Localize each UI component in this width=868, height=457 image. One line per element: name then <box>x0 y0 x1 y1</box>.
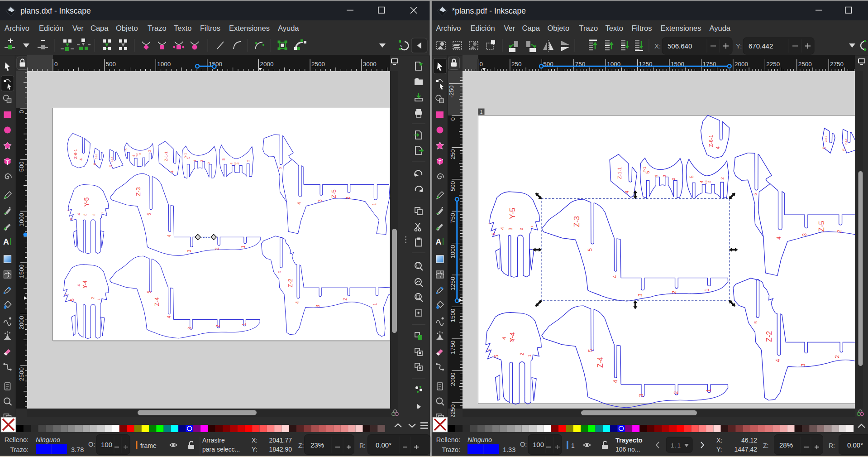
svg-text:Edición: Edición <box>471 24 495 32</box>
svg-text:*plans.pdf - Inkscape: *plans.pdf - Inkscape <box>452 6 526 15</box>
svg-text:1250: 1250 <box>449 277 456 290</box>
svg-text:2500: 2500 <box>18 367 25 381</box>
svg-text:1.1: 1.1 <box>671 442 682 449</box>
svg-text:Trazo:: Trazo: <box>442 446 460 453</box>
svg-text:X:: X: <box>252 437 258 444</box>
svg-text:Capa: Capa <box>522 24 540 32</box>
svg-text:750: 750 <box>449 213 456 223</box>
svg-text:plans.dxf - Inkscape: plans.dxf - Inkscape <box>20 6 91 15</box>
svg-text:Extensiones: Extensiones <box>229 24 270 32</box>
svg-text:Trazo:: Trazo: <box>10 446 29 453</box>
svg-text:Z:: Z: <box>763 442 768 449</box>
svg-text:Capa: Capa <box>91 24 109 32</box>
svg-text:2750: 2750 <box>830 61 844 67</box>
svg-text:1447.42: 1447.42 <box>734 446 757 453</box>
svg-text:para selecc...: para selecc... <box>202 446 240 453</box>
svg-text:Y:: Y: <box>252 446 257 453</box>
svg-text:Filtros: Filtros <box>200 24 220 32</box>
svg-text:46.12: 46.12 <box>741 437 757 444</box>
svg-text:R:: R: <box>829 442 835 449</box>
svg-text:Arrastre: Arrastre <box>202 437 225 444</box>
svg-text:0: 0 <box>449 117 456 121</box>
svg-text:250: 250 <box>449 149 456 159</box>
svg-text:0: 0 <box>480 61 483 67</box>
svg-text:0: 0 <box>18 110 25 114</box>
svg-text:A: A <box>3 237 9 246</box>
svg-text:0.00°: 0.00° <box>376 441 391 449</box>
svg-text:Ver: Ver <box>504 24 515 32</box>
svg-text:Archivo: Archivo <box>5 24 29 32</box>
svg-text:1: 1 <box>480 110 483 115</box>
svg-text:Edición: Edición <box>39 24 63 32</box>
svg-text:-250: -250 <box>448 86 455 98</box>
svg-text:Archivo: Archivo <box>436 24 461 32</box>
svg-text:frame: frame <box>140 442 157 449</box>
svg-text:A: A <box>436 237 442 246</box>
svg-text:2000: 2000 <box>449 372 456 386</box>
svg-text:Ninguno: Ninguno <box>36 436 60 443</box>
svg-text:Ninguno: Ninguno <box>467 436 492 443</box>
svg-text:500: 500 <box>18 162 25 172</box>
svg-text:3000: 3000 <box>363 61 377 67</box>
svg-text:Y:: Y: <box>736 42 742 50</box>
svg-text:106 no...: 106 no... <box>615 446 640 453</box>
svg-text:Trazo: Trazo <box>579 24 598 32</box>
svg-text:2000: 2000 <box>18 316 25 330</box>
svg-text:100: 100 <box>533 441 544 448</box>
svg-text:500: 500 <box>106 61 116 67</box>
svg-text:500: 500 <box>449 181 456 192</box>
svg-text:Trazo: Trazo <box>148 24 167 32</box>
svg-text:s: s <box>400 43 402 48</box>
svg-text:Relleno:: Relleno: <box>5 436 29 443</box>
svg-text:Y:: Y: <box>716 446 722 453</box>
svg-text:2250: 2250 <box>766 61 780 67</box>
svg-text:Texto: Texto <box>174 24 191 32</box>
svg-text:O:: O: <box>520 441 527 448</box>
svg-text:1500: 1500 <box>449 309 456 322</box>
svg-text:100: 100 <box>101 441 112 448</box>
svg-text:Ver: Ver <box>72 24 84 32</box>
svg-text:2000: 2000 <box>734 61 748 67</box>
svg-text:Z:: Z: <box>298 442 304 449</box>
svg-text:1000: 1000 <box>18 213 25 226</box>
svg-text:X:: X: <box>654 42 661 50</box>
svg-text:2250: 2250 <box>449 404 456 418</box>
svg-text:3.78: 3.78 <box>71 446 84 453</box>
svg-text:R:: R: <box>359 442 366 449</box>
svg-text:Objeto: Objeto <box>548 24 570 32</box>
svg-text:506.640: 506.640 <box>668 42 692 50</box>
svg-text:Filtros: Filtros <box>632 24 652 32</box>
svg-text:1000: 1000 <box>449 245 456 259</box>
svg-text:0: 0 <box>54 61 58 67</box>
svg-text:23%: 23% <box>310 441 324 449</box>
svg-text:28%: 28% <box>779 441 793 449</box>
svg-text:Extensiones: Extensiones <box>661 24 701 32</box>
svg-text:1750: 1750 <box>449 341 456 354</box>
svg-text:O:: O: <box>88 441 95 448</box>
svg-text:2000: 2000 <box>260 61 274 67</box>
svg-text:250: 250 <box>511 61 522 67</box>
svg-text:2500: 2500 <box>311 61 325 67</box>
svg-text:1.33: 1.33 <box>503 446 515 453</box>
svg-text:Texto: Texto <box>606 24 623 32</box>
svg-text:Relleno:: Relleno: <box>436 436 460 443</box>
svg-text:Ayuda: Ayuda <box>278 24 299 32</box>
svg-text:1000: 1000 <box>157 61 171 67</box>
svg-text:1500: 1500 <box>18 265 25 278</box>
svg-text:Trayecto: Trayecto <box>615 437 643 444</box>
svg-text:670.442: 670.442 <box>749 42 773 50</box>
svg-text:Ayuda: Ayuda <box>710 24 731 32</box>
svg-text:1842.90: 1842.90 <box>269 446 292 453</box>
svg-text:X:: X: <box>716 437 722 444</box>
svg-text:1: 1 <box>571 442 575 449</box>
svg-text:Objeto: Objeto <box>116 24 138 32</box>
svg-text:0.00°: 0.00° <box>847 441 863 449</box>
svg-text:2041.77: 2041.77 <box>269 437 292 444</box>
svg-text:2500: 2500 <box>798 61 812 67</box>
